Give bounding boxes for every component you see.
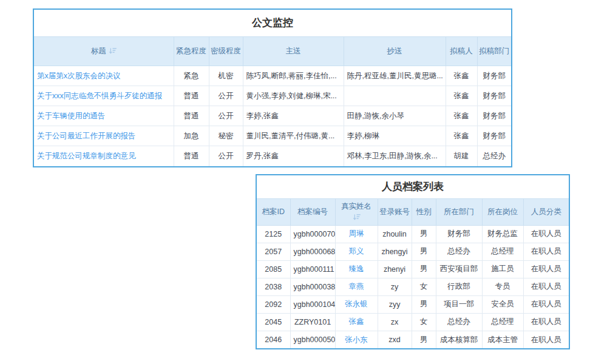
cell-position: 总经理 (482, 313, 523, 331)
page: 公文监控 标题紧急程度密级程度主送抄送拟稿人拟稿部门 第x届第x次股东会的决议紧… (0, 0, 607, 364)
cell-main_send: 李婷,张鑫 (243, 106, 344, 126)
cell-gender: 男 (412, 225, 436, 243)
column-label: 抄送 (387, 47, 402, 55)
cell-file_id: 2046 (257, 331, 290, 348)
cell-position: 总经理 (482, 243, 523, 260)
cell-position: 成本主管 (482, 331, 523, 348)
cell-position: 财务总监 (482, 225, 523, 243)
cell-real_name: 周琳 (335, 225, 378, 243)
cell-file_id: 2125 (257, 225, 290, 243)
doc-title-link[interactable]: 关于车辆使用的通告 (37, 112, 106, 120)
doc-title-link[interactable]: 关于xxx同志临危不惧勇斗歹徒的通报 (37, 92, 162, 100)
doc-title-link[interactable]: 关于公司最近工作开展的报告 (37, 132, 136, 140)
person-name-link[interactable]: 臻逸 (349, 265, 364, 273)
cell-login_account: zyy (378, 295, 412, 313)
table-row: 关于规范公司规章制度的意见普通公开罗丹,张鑫邓林,李卫东,田静,游恢,余...胡… (34, 146, 511, 166)
column-header-gender: 性别 (412, 199, 436, 226)
person-name-link[interactable]: 章燕 (349, 282, 364, 291)
cell-login_account: zxd (378, 331, 412, 348)
cell-login_account: zhoulin (378, 225, 412, 243)
cell-real_name: 臻逸 (335, 260, 378, 278)
column-label: 真实姓名 (341, 202, 371, 211)
cell-real_name: 张小东 (335, 331, 378, 348)
cell-file_no: ZZRY0101 (290, 313, 335, 331)
cell-cc: 李婷,柳琳 (344, 126, 446, 146)
doc-title-link[interactable]: 第x届第x次股东会的决议 (37, 72, 121, 80)
column-header-login_account: 登录账号 (378, 199, 412, 226)
cell-urgency: 普通 (174, 146, 209, 166)
cell-draft_dept: 财务部 (477, 86, 511, 106)
column-header-position: 所在岗位 (482, 199, 523, 226)
column-label: 档案编号 (297, 207, 328, 216)
cell-drafter: 张鑫 (446, 106, 477, 126)
cell-secrecy: 公开 (209, 86, 243, 106)
person-name-link[interactable]: 张永银 (345, 300, 368, 308)
cell-category: 在职人员 (523, 225, 569, 243)
column-label: 拟稿部门 (479, 47, 509, 55)
table-row: 第x届第x次股东会的决议紧急机密陈巧凤,断郎,蒋丽,李佳怡,...陈丹,程亚雄,… (34, 66, 511, 86)
cell-title: 关于规范公司规章制度的意见 (34, 146, 174, 166)
person-name-link[interactable]: 周琳 (349, 229, 364, 238)
cell-urgency: 紧急 (174, 66, 209, 86)
cell-gender: 男 (412, 260, 436, 278)
column-header-category: 人员分类 (523, 199, 569, 226)
cell-file_no: ygbh000104 (290, 295, 335, 313)
cell-login_account: zy (378, 278, 412, 295)
cell-urgency: 普通 (174, 106, 209, 126)
cell-login_account: zx (378, 313, 412, 331)
cell-real_name: 章燕 (335, 278, 378, 295)
cell-real_name: 郑义 (335, 243, 378, 260)
cell-drafter: 张鑫 (446, 86, 477, 106)
doc-title-link[interactable]: 关于规范公司规章制度的意见 (37, 152, 136, 160)
cell-department: 行政部 (436, 278, 482, 295)
cell-main_send: 陈巧凤,断郎,蒋丽,李佳怡,... (243, 66, 344, 86)
cell-category: 在职人员 (523, 331, 569, 348)
column-header-real_name[interactable]: 真实姓名 (335, 199, 378, 226)
table-row: 2045ZZRY0101张鑫zx女总经办总经理在职人员 (257, 313, 569, 331)
person-name-link[interactable]: 张鑫 (349, 317, 364, 326)
cell-main_send: 罗丹,张鑫 (243, 146, 344, 166)
column-header-department: 所在部门 (436, 199, 482, 226)
cell-secrecy: 机密 (209, 66, 243, 86)
cell-login_account: zhengyi (378, 243, 412, 260)
cell-gender: 女 (412, 278, 436, 295)
document-monitor-table: 标题紧急程度密级程度主送抄送拟稿人拟稿部门 第x届第x次股东会的决议紧急机密陈巧… (34, 36, 511, 166)
table-row: 2046ygbh000050张小东zxd男成本核算部成本主管在职人员 (257, 331, 569, 348)
column-header-secrecy: 密级程度 (209, 37, 243, 66)
column-header-main_send: 主送 (243, 37, 344, 66)
column-header-title[interactable]: 标题 (34, 37, 174, 66)
column-label: 所在岗位 (487, 207, 518, 216)
column-label: 档案ID (262, 207, 285, 216)
cell-gender: 男 (412, 295, 436, 313)
personnel-archive-title: 人员档案列表 (257, 175, 569, 198)
column-header-drafter: 拟稿人 (446, 37, 477, 66)
cell-gender: 男 (412, 243, 436, 260)
cell-urgency: 加急 (174, 126, 209, 146)
cell-department: 总经办 (436, 313, 482, 331)
cell-file_id: 2038 (257, 278, 290, 295)
table-row: 关于xxx同志临危不惧勇斗歹徒的通报普通公开黄小强,李婷,刘健,柳琳,宋...张… (34, 86, 511, 106)
cell-secrecy: 秘密 (209, 126, 243, 146)
cell-position: 专员 (482, 278, 523, 295)
cell-urgency: 普通 (174, 86, 209, 106)
person-name-link[interactable]: 郑义 (349, 247, 364, 255)
column-header-file_id: 档案ID (257, 199, 290, 226)
column-label: 性别 (416, 207, 432, 216)
table-row: 关于公司最近工作开展的报告加急秘密董川民,董清平,付伟璐,黄...李婷,柳琳张鑫… (34, 126, 511, 146)
cell-department: 总经办 (436, 243, 482, 260)
cell-cc: 邓林,李卫东,田静,游恢,余... (344, 146, 446, 166)
person-name-link[interactable]: 张小东 (345, 335, 368, 344)
cell-gender: 男 (412, 331, 436, 348)
column-label: 密级程度 (211, 47, 241, 55)
cell-secrecy: 公开 (209, 146, 243, 166)
column-label: 所在部门 (444, 207, 474, 216)
cell-cc (344, 86, 446, 106)
table-row: 2125ygbh000070周琳zhoulin男财务部财务总监在职人员 (257, 225, 569, 243)
cell-file_no: ygbh000111 (290, 260, 335, 278)
cell-position: 安全员 (482, 295, 523, 313)
cell-gender: 女 (412, 313, 436, 331)
column-label: 紧急程度 (176, 47, 206, 55)
cell-category: 在职人员 (523, 243, 569, 260)
cell-title: 关于车辆使用的通告 (34, 106, 174, 126)
cell-secrecy: 公开 (209, 106, 243, 126)
